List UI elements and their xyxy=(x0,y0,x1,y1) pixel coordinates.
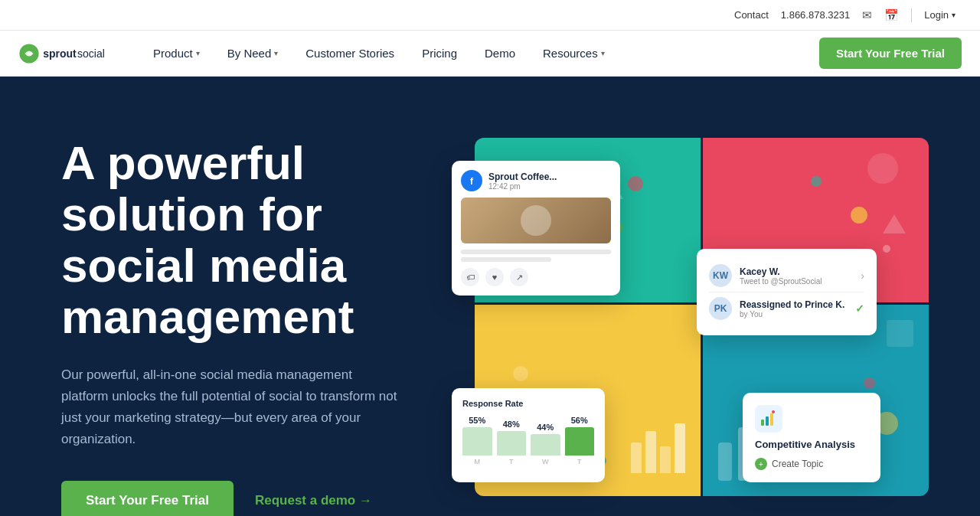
navigation: sprout social Product ▾ By Need ▾ Custom… xyxy=(0,31,980,77)
bar-pct-4: 56% xyxy=(571,416,588,425)
competitive-icon xyxy=(755,405,782,433)
ra-chevron-icon: › xyxy=(861,269,864,282)
hero-mockup: f Sprout Coffee... 12:42 pm 🏷 ♥ ↗ xyxy=(475,122,919,516)
chevron-down-icon: ▾ xyxy=(274,49,278,57)
bar-1 xyxy=(462,427,492,456)
reassign-card: KW Kacey W. Tweet to @SproutSocial › PK … xyxy=(697,249,877,335)
reassign-row-2: PK Reassigned to Prince K. by You ✓ xyxy=(709,292,864,325)
bar-3 xyxy=(531,434,560,456)
ra-text-2: Reassigned to Prince K. by You xyxy=(740,299,848,318)
bar-label-4: T xyxy=(577,458,582,465)
ra-avatar-2: PK xyxy=(709,297,732,320)
ra-name-2: Reassigned to Prince K. xyxy=(740,299,848,310)
top-bar: Contact 1.866.878.3231 ✉ 📅 Login ▾ xyxy=(0,0,980,31)
nav-item-resources[interactable]: Resources ▾ xyxy=(529,31,619,77)
ra-check-icon: ✓ xyxy=(855,302,864,315)
hero-content: A powerful solution for social media man… xyxy=(61,122,459,516)
nav-links: Product ▾ By Need ▾ Customer Stories Pri… xyxy=(139,31,819,77)
bar-label-3: W xyxy=(542,458,549,465)
bar-pct-2: 48% xyxy=(503,420,520,429)
create-topic-label: Create Topic xyxy=(772,459,823,469)
login-link[interactable]: Login ▾ xyxy=(924,9,956,21)
mosaic-grid: f Sprout Coffee... 12:42 pm 🏷 ♥ ↗ xyxy=(475,138,934,505)
ra-name-1: Kacey W. xyxy=(740,266,853,277)
svg-rect-3 xyxy=(761,420,764,426)
logo[interactable]: sprout social xyxy=(18,43,115,64)
add-icon: + xyxy=(755,458,767,470)
fb-post-time: 12:42 pm xyxy=(488,182,557,191)
svg-rect-5 xyxy=(770,413,773,426)
bar-4 xyxy=(565,427,595,456)
divider xyxy=(911,8,912,22)
fb-bar-1 xyxy=(461,250,611,254)
chart-bars: 55% M 48% T 44% W 56% xyxy=(462,416,594,465)
chart-bar-m: 55% M xyxy=(462,416,492,465)
bar-pct-3: 44% xyxy=(537,423,554,432)
competitive-action[interactable]: + Create Topic xyxy=(755,458,868,470)
facebook-post-card: f Sprout Coffee... 12:42 pm 🏷 ♥ ↗ xyxy=(452,161,620,296)
ra-sub-1: Tweet to @SproutSocial xyxy=(740,277,853,286)
chart-title: Response Rate xyxy=(462,399,594,408)
bar-2 xyxy=(497,431,527,456)
svg-text:sprout: sprout xyxy=(43,47,77,59)
fb-action-share[interactable]: ↗ xyxy=(510,268,528,286)
nav-trial-button[interactable]: Start Your Free Trial xyxy=(819,38,962,69)
hero-trial-button[interactable]: Start Your Free Trial xyxy=(61,481,234,516)
chart-bar-t1: 48% T xyxy=(497,416,527,465)
bar-label-1: M xyxy=(475,458,481,465)
hero-buttons: Start Your Free Trial Request a demo → xyxy=(61,481,459,516)
ra-sub-2: by You xyxy=(740,310,848,318)
hero-demo-button[interactable]: Request a demo → xyxy=(255,493,372,508)
chart-bar-w: 44% W xyxy=(531,416,560,465)
contact-link[interactable]: Contact xyxy=(734,9,769,21)
fb-card-header: f Sprout Coffee... 12:42 pm xyxy=(461,170,611,191)
svg-point-6 xyxy=(772,410,775,413)
bar-label-2: T xyxy=(509,458,514,465)
chevron-down-icon: ▾ xyxy=(952,11,956,19)
fb-actions: 🏷 ♥ ↗ xyxy=(461,268,611,286)
competitive-analysis-card: Competitive Analysis + Create Topic xyxy=(743,393,880,482)
ra-avatar-1: KW xyxy=(709,264,732,287)
nav-item-demo[interactable]: Demo xyxy=(471,31,529,77)
reassign-row-1: KW Kacey W. Tweet to @SproutSocial › xyxy=(709,260,864,292)
hero-description: Our powerful, all-in-one social media ma… xyxy=(61,364,398,450)
chevron-down-icon: ▾ xyxy=(601,49,605,57)
calendar-icon[interactable]: 📅 xyxy=(884,8,899,22)
fb-post-image xyxy=(461,198,611,243)
chart-bar-t2: 56% T xyxy=(565,416,595,465)
chart-card: Response Rate 55% M 48% T 44% xyxy=(452,388,605,482)
fb-avatar: f xyxy=(461,170,482,191)
nav-item-product[interactable]: Product ▾ xyxy=(139,31,214,77)
nav-item-by-need[interactable]: By Need ▾ xyxy=(214,31,292,77)
bar-pct-1: 55% xyxy=(469,416,485,425)
hero-title: A powerful solution for social media man… xyxy=(61,138,459,343)
fb-action-tag[interactable]: 🏷 xyxy=(461,268,479,286)
fb-bar-2 xyxy=(461,257,551,262)
fb-post-name: Sprout Coffee... xyxy=(488,171,557,182)
svg-rect-4 xyxy=(766,416,769,426)
email-icon[interactable]: ✉ xyxy=(862,8,872,22)
chevron-down-icon: ▾ xyxy=(196,49,200,57)
phone-number: 1.866.878.3231 xyxy=(781,9,850,21)
hero-section: A powerful solution for social media man… xyxy=(0,77,980,516)
nav-item-customer-stories[interactable]: Customer Stories xyxy=(292,31,408,77)
svg-text:social: social xyxy=(77,47,105,59)
nav-item-pricing[interactable]: Pricing xyxy=(408,31,471,77)
fb-action-heart[interactable]: ♥ xyxy=(485,268,504,286)
competitive-title: Competitive Analysis xyxy=(755,439,868,450)
ra-text-1: Kacey W. Tweet to @SproutSocial xyxy=(740,266,853,286)
